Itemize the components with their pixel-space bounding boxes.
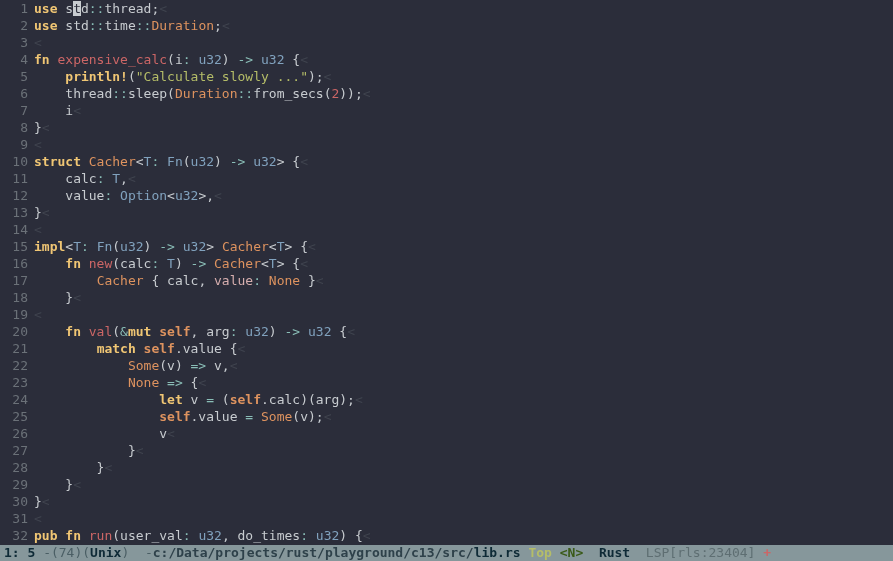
paren-close: ) xyxy=(121,545,137,561)
code-line[interactable]: }< xyxy=(34,289,893,306)
code-line[interactable]: }< xyxy=(34,204,893,221)
line-number: 1 xyxy=(0,0,28,17)
line-number: 26 xyxy=(0,425,28,442)
code-line[interactable]: calc: T,< xyxy=(34,170,893,187)
file-encoding: Unix xyxy=(90,545,121,561)
code-line[interactable]: match self.value {< xyxy=(34,340,893,357)
code-line[interactable]: fn expensive_calc(i: u32) -> u32 {< xyxy=(34,51,893,68)
code-line[interactable]: use std::time::Duration;< xyxy=(34,17,893,34)
line-number: 20 xyxy=(0,323,28,340)
line-number: 18 xyxy=(0,289,28,306)
code-line[interactable]: self.value = Some(v);< xyxy=(34,408,893,425)
source-code[interactable]: use std::thread;<use std::time::Duration… xyxy=(34,0,893,545)
line-number: 7 xyxy=(0,102,28,119)
line-number: 2 xyxy=(0,17,28,34)
code-area[interactable]: 1234567891011121314151617181920212223242… xyxy=(0,0,893,545)
code-line[interactable]: }< xyxy=(34,493,893,510)
vim-mode: <N> xyxy=(560,545,583,561)
line-number: 23 xyxy=(0,374,28,391)
code-line[interactable]: value: Option<u32>,< xyxy=(34,187,893,204)
code-line[interactable]: < xyxy=(34,510,893,527)
code-line[interactable]: }< xyxy=(34,119,893,136)
code-line[interactable]: < xyxy=(34,221,893,238)
sp5 xyxy=(755,545,763,561)
line-number: 11 xyxy=(0,170,28,187)
code-line[interactable]: v< xyxy=(34,425,893,442)
code-line[interactable]: }< xyxy=(34,442,893,459)
sp2 xyxy=(552,545,560,561)
line-number: 28 xyxy=(0,459,28,476)
code-line[interactable]: impl<T: Fn(u32) -> u32> Cacher<T> {< xyxy=(34,238,893,255)
code-line[interactable]: None => {< xyxy=(34,374,893,391)
line-number: 19 xyxy=(0,306,28,323)
code-line[interactable]: pub fn run(user_val: u32, do_times: u32)… xyxy=(34,527,893,544)
status-line: 1: 5 -(74)(Unix) -c:/Data/projects/rust/… xyxy=(0,545,893,561)
code-line[interactable]: < xyxy=(34,306,893,323)
sp3 xyxy=(583,545,599,561)
line-number: 14 xyxy=(0,221,28,238)
line-number: 31 xyxy=(0,510,28,527)
line-number: 15 xyxy=(0,238,28,255)
change-count: -(74) xyxy=(43,545,82,561)
line-number: 12 xyxy=(0,187,28,204)
code-line[interactable]: Some(v) => v,< xyxy=(34,357,893,374)
line-number: 25 xyxy=(0,408,28,425)
code-line[interactable]: }< xyxy=(34,459,893,476)
code-line[interactable]: println!("Calculate slowly ...");< xyxy=(34,68,893,85)
code-line[interactable]: < xyxy=(34,136,893,153)
line-number: 9 xyxy=(0,136,28,153)
line-number: 32 xyxy=(0,527,28,544)
sp4 xyxy=(630,545,646,561)
line-number: 29 xyxy=(0,476,28,493)
code-line[interactable]: Cacher { calc, value: None }< xyxy=(34,272,893,289)
cursor-position: 1: 5 xyxy=(4,545,43,561)
line-number: 3 xyxy=(0,34,28,51)
line-number: 17 xyxy=(0,272,28,289)
line-number-gutter: 1234567891011121314151617181920212223242… xyxy=(0,0,34,545)
line-number: 8 xyxy=(0,119,28,136)
line-number: 13 xyxy=(0,204,28,221)
line-number: 4 xyxy=(0,51,28,68)
line-number: 30 xyxy=(0,493,28,510)
code-line[interactable]: fn val(&mut self, arg: u32) -> u32 {< xyxy=(34,323,893,340)
line-number: 21 xyxy=(0,340,28,357)
line-number: 22 xyxy=(0,357,28,374)
code-line[interactable]: struct Cacher<T: Fn(u32) -> u32> {< xyxy=(34,153,893,170)
code-line[interactable]: }< xyxy=(34,476,893,493)
editor-frame: 1234567891011121314151617181920212223242… xyxy=(0,0,893,561)
filetype: Rust xyxy=(599,545,630,561)
scroll-position: Top xyxy=(528,545,551,561)
line-number: 5 xyxy=(0,68,28,85)
line-number: 27 xyxy=(0,442,28,459)
sp1 xyxy=(521,545,529,561)
line-number: 24 xyxy=(0,391,28,408)
code-line[interactable]: i< xyxy=(34,102,893,119)
code-line[interactable]: fn new(calc: T) -> Cacher<T> {< xyxy=(34,255,893,272)
paren-open: ( xyxy=(82,545,90,561)
modified-flag: + xyxy=(763,545,771,561)
code-line[interactable]: use std::thread;< xyxy=(34,0,893,17)
line-number: 6 xyxy=(0,85,28,102)
file-path: c:/Data/projects/rust/playground/c13/src… xyxy=(153,545,474,561)
code-line[interactable]: thread::sleep(Duration::from_secs(2));< xyxy=(34,85,893,102)
lsp-status: LSP[rls:23404] xyxy=(646,545,756,561)
code-line[interactable]: < xyxy=(34,34,893,51)
line-number: 16 xyxy=(0,255,28,272)
line-number: 10 xyxy=(0,153,28,170)
file-name: lib.rs xyxy=(474,545,521,561)
code-line[interactable]: let v = (self.calc)(arg);< xyxy=(34,391,893,408)
separator: - xyxy=(137,545,153,561)
